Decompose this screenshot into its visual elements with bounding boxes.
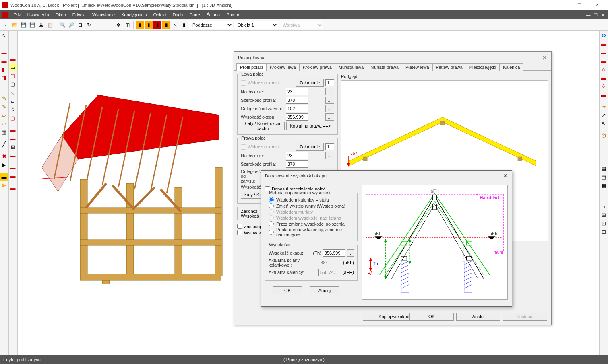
tool-icon[interactable]: ⊡ — [600, 219, 608, 227]
radio-obrotu[interactable] — [269, 230, 274, 235]
tool-icon[interactable]: ▢ — [9, 80, 17, 88]
tool-icon[interactable]: ▱ — [600, 103, 608, 111]
tool-e-icon[interactable]: ▮ — [180, 21, 188, 29]
tool-icon[interactable]: ◊ — [600, 82, 608, 90]
mdi-close[interactable]: ✕ — [599, 12, 606, 18]
tool-icon[interactable]: ▬ — [9, 184, 17, 192]
save-icon[interactable]: 💾 — [19, 21, 27, 29]
tool-icon[interactable]: ▶ — [0, 160, 8, 169]
input-odleglosc[interactable] — [286, 105, 308, 112]
btn-zalamanie[interactable]: Załamanie — [296, 143, 324, 151]
input-th[interactable] — [323, 249, 345, 257]
zoom-out-icon[interactable]: 🔎 — [67, 21, 75, 29]
new-icon[interactable]: ▫ — [2, 21, 10, 29]
input-wysokosc[interactable] — [286, 113, 308, 121]
more-button[interactable]: ... — [325, 97, 334, 104]
clock-icon[interactable]: ⏱ — [600, 132, 608, 140]
line-icon[interactable]: ╱ — [0, 140, 8, 148]
input-nachylenie[interactable] — [286, 88, 308, 95]
tab-platew-lewa[interactable]: Płatew lewa — [402, 63, 433, 71]
tool-icon[interactable]: ▬ — [600, 57, 608, 65]
minimize-button[interactable]: — — [552, 0, 570, 10]
dropdown-obiekt[interactable]: Obiekt 1 — [234, 21, 278, 29]
zoom-in-icon[interactable]: 🔍 — [58, 21, 66, 29]
radio-kalenicy[interactable] — [269, 197, 274, 202]
menu-plik[interactable]: Plik — [10, 10, 24, 19]
x-icon[interactable]: ✖ — [0, 152, 8, 160]
home-icon[interactable]: ⌂ — [0, 82, 8, 90]
tool-icon[interactable]: ▬ — [0, 173, 8, 181]
cursor-icon[interactable]: ↖ — [0, 31, 8, 39]
tab-krokiew-lewa[interactable]: Krokiew lewa — [266, 63, 300, 71]
menu-dach[interactable]: Dach — [170, 10, 186, 19]
check-zastosuj[interactable] — [237, 224, 242, 229]
check-wstaw[interactable] — [237, 230, 242, 235]
tool-icon[interactable]: ◊ — [9, 105, 17, 113]
tool-icon[interactable]: ▬ — [600, 74, 608, 82]
tool-icon[interactable]: ▤ — [600, 173, 608, 181]
tool-icon[interactable]: ◺ — [9, 88, 17, 97]
tool-cube-icon[interactable]: ◫ — [123, 21, 131, 29]
spin-zalamanie[interactable] — [325, 143, 334, 150]
tool-icon[interactable]: ▬ — [9, 172, 17, 180]
btn-kopiuj[interactable]: Kopiuj na prawą ==> — [286, 122, 334, 130]
more-button[interactable]: ... — [325, 152, 334, 159]
tool-icon[interactable]: ▢ — [9, 72, 17, 80]
clipboard-icon[interactable]: 📋 — [46, 21, 54, 29]
tool-icon[interactable]: ▭ — [9, 63, 17, 71]
input-szerokosc[interactable] — [286, 97, 308, 104]
radio-polozenia[interactable] — [269, 221, 274, 226]
dropdown-poddasze[interactable]: Poddasze — [189, 21, 233, 29]
tool-icon[interactable]: ▬ — [600, 90, 608, 99]
anuluj-button[interactable]: Anuluj — [456, 313, 500, 321]
tool-icon[interactable]: ◨ — [0, 74, 8, 82]
menu-ustawienia[interactable]: Ustawienia — [24, 10, 52, 19]
menu-wstawianie[interactable]: Wstawianie — [89, 10, 118, 19]
tool-b-icon[interactable]: ▮ — [145, 21, 153, 29]
tool-c-icon[interactable]: ▮ — [153, 21, 161, 29]
more-button[interactable]: ... — [347, 249, 354, 257]
tool-icon[interactable]: ▬ — [600, 40, 608, 48]
ok-button[interactable]: OK — [409, 313, 454, 321]
tool-icon[interactable]: ▬ — [0, 57, 8, 65]
tool-icon[interactable]: ▬ — [9, 151, 17, 159]
tab-kalenica[interactable]: Kalenica — [499, 63, 523, 71]
tool-icon[interactable]: ▦ — [600, 181, 608, 189]
anuluj-button[interactable]: Anuluj — [310, 286, 339, 294]
menu-pomoc[interactable]: Pomoc — [223, 10, 243, 19]
tool-icon[interactable]: ⊞ — [9, 143, 17, 151]
tool-icon[interactable]: ▬ — [9, 126, 17, 134]
print-icon[interactable]: 🖶 — [37, 21, 45, 29]
btn-laty[interactable]: Łaty / Konstrukcja dachu — [241, 122, 285, 130]
tab-krokiew-prawa[interactable]: Krokiew prawa — [299, 63, 335, 71]
pencil-icon[interactable]: ✎ — [0, 103, 8, 111]
tool-arrow-icon[interactable]: ↖ — [171, 21, 179, 29]
radio-rynny[interactable] — [269, 203, 274, 208]
menu-dane[interactable]: Dane — [186, 10, 203, 19]
pencil-icon[interactable]: ✎ — [0, 94, 8, 102]
open-icon[interactable]: 📂 — [10, 21, 19, 29]
tool-icon[interactable]: ▱ — [0, 119, 8, 128]
menu-obiekt[interactable]: Obiekt — [150, 10, 170, 19]
tool-icon[interactable]: ▬ — [9, 134, 17, 142]
tab-murlata-prawa[interactable]: Murłata prawa — [367, 63, 402, 71]
grid-icon[interactable]: ▦ — [0, 128, 8, 136]
input-nachylenie[interactable] — [286, 152, 308, 159]
tool-d-icon[interactable]: ▮ — [162, 21, 170, 29]
tool-icon[interactable]: ▬ — [9, 55, 17, 63]
tool-move-icon[interactable]: ✥ — [114, 21, 122, 29]
more-button[interactable]: ... — [325, 88, 334, 95]
tool-icon[interactable]: ▬ — [9, 163, 17, 171]
saveas-icon[interactable]: 💾 — [28, 21, 36, 29]
tab-platew-prawa[interactable]: Płatew prawa — [432, 63, 466, 71]
tool-icon[interactable]: ▱ — [9, 97, 17, 105]
tool-icon[interactable]: ↗ — [600, 111, 608, 119]
tool-icon[interactable]: ⊟ — [600, 228, 608, 236]
home-icon[interactable]: ⌂ — [600, 65, 608, 73]
tool-icon[interactable]: ⊞ — [600, 211, 608, 219]
tool-icon[interactable]: ▱ — [0, 111, 8, 119]
tool-icon[interactable]: ▬ — [600, 48, 608, 56]
mdi-restore[interactable]: ❐ — [592, 12, 599, 18]
tool-icon[interactable]: ▤ — [600, 165, 608, 173]
tool-icon[interactable]: ▬ — [0, 48, 8, 56]
